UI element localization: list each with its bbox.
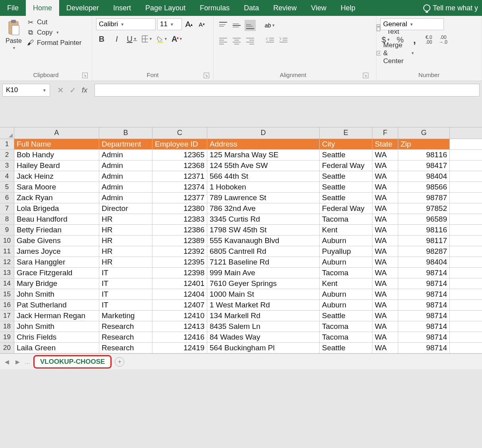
cell[interactable]: 12392 [152,246,207,257]
cell[interactable]: Employee ID [152,139,207,149]
cell[interactable]: City [320,139,372,149]
cell[interactable]: WA [372,160,398,171]
decrease-decimal-button[interactable]: .00→.0 [438,34,449,45]
cell[interactable]: Grace Fitzgerald [14,268,99,278]
cell[interactable]: 125 Marsha Way SE [207,150,320,160]
font-name-combo[interactable]: Calibri▼ [96,18,156,30]
cell[interactable]: IT [99,289,152,299]
cell[interactable]: 786 32nd Ave [207,203,320,214]
cell[interactable]: Admin [99,171,152,182]
cell[interactable]: 98417 [398,160,450,171]
cell[interactable]: Research [99,321,152,332]
cell[interactable]: Gabe Givens [14,236,99,246]
cell[interactable]: IT [99,300,152,310]
tab-home[interactable]: Home [26,0,59,16]
cell[interactable]: 98404 [398,257,450,267]
sheet-nav-next[interactable]: ▶ [14,359,21,365]
cell[interactable]: 3345 Curtis Rd [207,214,320,224]
cell[interactable]: 1 West Market Rd [207,300,320,310]
cell[interactable]: 98714 [398,268,450,278]
accounting-format-button[interactable]: $▼ [380,34,391,45]
row-header[interactable]: 3 [0,160,14,171]
cell[interactable]: 12401 [152,278,207,289]
row-header[interactable]: 4 [0,171,14,182]
cell[interactable]: Tacoma [320,214,372,224]
tab-developer[interactable]: Developer [59,0,106,16]
col-header-C[interactable]: C [152,127,207,139]
cell[interactable]: Director [99,203,152,214]
col-header-A[interactable]: A [14,127,99,139]
cancel-formula-icon[interactable]: ✕ [57,85,64,95]
cell[interactable]: Betty Friedan [14,225,99,235]
row-header[interactable]: 20 [0,343,14,353]
cell[interactable]: Seattle [320,182,372,192]
cell[interactable]: WA [372,182,398,192]
row-header[interactable]: 9 [0,225,14,235]
cell[interactable]: 12395 [152,257,207,267]
cell[interactable]: 12410 [152,311,207,321]
cell[interactable]: 1798 SW 45th St [207,225,320,235]
cell[interactable]: 98404 [398,171,450,182]
cell[interactable]: Kent [320,278,372,289]
font-launcher[interactable]: ↘ [204,73,209,78]
cell[interactable]: 12371 [152,171,207,182]
row-header[interactable]: 13 [0,268,14,278]
font-color-button[interactable]: A▼ [172,33,183,44]
row-header[interactable]: 11 [0,246,14,257]
cell[interactable]: James Joyce [14,246,99,257]
fx-icon[interactable]: fx [82,86,87,95]
font-size-combo[interactable]: 11▼ [157,18,182,30]
row-header[interactable]: 10 [0,236,14,246]
cell[interactable]: Puyallup [320,246,372,257]
cell[interactable]: Laila Green [14,343,99,353]
cell[interactable]: 566 44th St [207,171,320,182]
tell-me-box[interactable]: Tell me what y [423,0,482,16]
decrease-indent-button[interactable] [264,35,276,46]
cell[interactable]: 1 Hoboken [207,182,320,192]
row-header[interactable]: 6 [0,193,14,203]
cell[interactable]: 12416 [152,332,207,342]
cell[interactable]: 98566 [398,182,450,192]
row-header[interactable]: 5 [0,182,14,192]
number-format-combo[interactable]: General▼ [380,18,444,30]
row-header[interactable]: 8 [0,214,14,224]
row-header[interactable]: 15 [0,289,14,299]
bold-button[interactable]: B [96,33,107,44]
cell[interactable]: 564 Buckingham Pl [207,343,320,353]
cell[interactable]: Chris Fields [14,332,99,342]
cell[interactable]: 98116 [398,225,450,235]
cell[interactable]: 12398 [152,268,207,278]
cell[interactable]: 7121 Baseline Rd [207,257,320,267]
cell[interactable]: Seattle [320,171,372,182]
cell[interactable]: 12389 [152,236,207,246]
spreadsheet-grid[interactable]: A B C D E F G 1Full NameDepartmentEmploy… [0,127,482,353]
cell[interactable]: WA [372,289,398,299]
cell[interactable]: John Smith [14,321,99,332]
cell[interactable]: Marketing [99,311,152,321]
select-all-corner[interactable] [0,127,14,139]
col-header-B[interactable]: B [99,127,152,139]
cell[interactable]: 6805 Cantrell Rd [207,246,320,257]
cell[interactable]: Address [207,139,320,149]
cell[interactable]: Auburn [320,236,372,246]
cell[interactable]: Auburn [320,300,372,310]
cell[interactable]: John Smith [14,289,99,299]
cell[interactable]: Admin [99,182,152,192]
cell[interactable]: Beau Handford [14,214,99,224]
cell[interactable]: Kent [320,225,372,235]
underline-button[interactable]: U▼ [126,33,137,44]
cell[interactable]: IT [99,278,152,289]
cell[interactable]: Sara Moore [14,182,99,192]
cell[interactable]: WA [372,311,398,321]
format-painter-button[interactable]: 🖌 Format Painter [27,39,81,47]
tab-page-layout[interactable]: Page Layout [138,0,193,16]
cell[interactable]: 134 Markell Rd [207,311,320,321]
cell[interactable]: 98714 [398,311,450,321]
row-header[interactable]: 19 [0,332,14,342]
cell[interactable]: 12377 [152,193,207,203]
cell[interactable]: Federal Way [320,160,372,171]
cell[interactable]: Admin [99,150,152,160]
cell[interactable]: HR [99,257,152,267]
copy-dropdown-icon[interactable]: ▼ [56,31,60,35]
cell[interactable]: Tacoma [320,332,372,342]
